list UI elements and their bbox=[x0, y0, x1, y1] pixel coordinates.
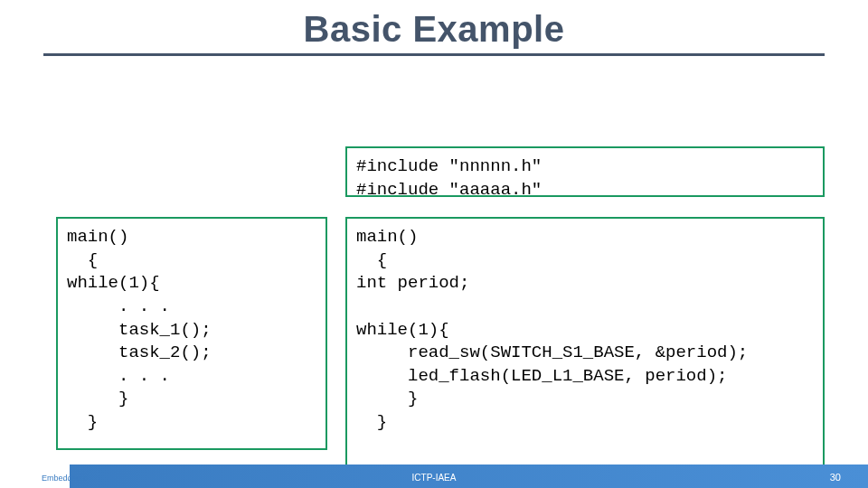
footer-center-text: ICTP-IAEA bbox=[412, 473, 457, 483]
slide-title: Basic Example bbox=[0, 0, 868, 50]
footer-bar: Embedded c ICTP-IAEA 30 bbox=[0, 465, 868, 488]
content-area: #include "nnnnn.h" #include "aaaaa.h" ma… bbox=[0, 56, 868, 445]
slide: Basic Example #include "nnnnn.h" #includ… bbox=[0, 0, 868, 488]
code-right-box: main() { int period; while(1){ read_sw(S… bbox=[345, 217, 825, 470]
page-number: 30 bbox=[830, 472, 841, 483]
code-left-box: main() { while(1){ . . . task_1(); task_… bbox=[56, 217, 327, 450]
footer-left-text: Embedded c bbox=[42, 474, 88, 483]
code-includes-box: #include "nnnnn.h" #include "aaaaa.h" bbox=[345, 146, 825, 197]
